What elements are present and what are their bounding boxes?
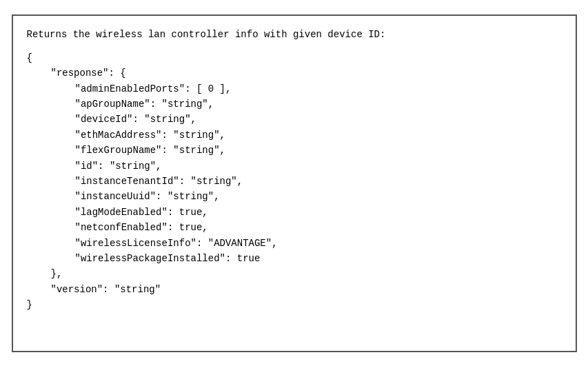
code-line: "id": "string", <box>27 159 562 174</box>
code-block: {"response": {"adminEnabledPorts": [ 0 ]… <box>27 50 562 313</box>
description-text: Returns the wireless lan controller info… <box>27 27 562 42</box>
code-line: "lagModeEnabled": true, <box>27 205 562 220</box>
code-line: "wirelessPackageInstalled": true <box>27 251 562 266</box>
api-response-container: Returns the wireless lan controller info… <box>12 14 577 352</box>
code-line: "instanceTenantId": "string", <box>27 174 562 189</box>
code-line: "response": { <box>27 65 562 81</box>
code-line: "wirelessLicenseInfo": "ADVANTAGE", <box>27 236 562 251</box>
code-line: "adminEnabledPorts": [ 0 ], <box>27 81 562 96</box>
code-line: "netconfEnabled": true, <box>27 220 562 235</box>
code-line: }, <box>27 266 562 281</box>
code-line: "version": "string" <box>27 282 562 297</box>
code-line: "deviceId": "string", <box>27 112 562 127</box>
code-line: "instanceUuid": "string", <box>27 189 562 204</box>
code-line: } <box>27 297 562 312</box>
code-line: "apGroupName": "string", <box>27 96 562 112</box>
code-line: "flexGroupName": "string", <box>27 143 562 158</box>
code-line: "ethMacAddress": "string", <box>27 128 562 143</box>
code-line: { <box>27 50 562 65</box>
